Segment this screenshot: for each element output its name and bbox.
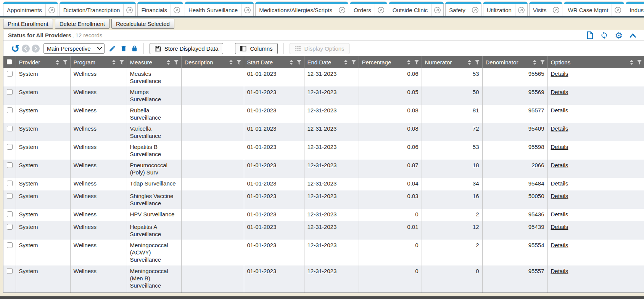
cell-numerator: 2 [422,209,482,221]
cell-provider: System [16,123,70,141]
filter-icon[interactable] [119,59,124,65]
popout-icon[interactable] [550,6,562,14]
cell-provider: System [16,178,70,190]
popout-icon[interactable] [124,6,135,14]
module-tab[interactable]: Financials [137,2,183,16]
filter-icon[interactable] [540,59,545,65]
sort-icon[interactable] [532,59,537,65]
filter-icon[interactable] [296,59,302,65]
row-checkbox[interactable] [7,89,13,95]
back-icon[interactable] [22,45,30,53]
enrollment-action-button[interactable]: Print Enrollment [3,19,53,29]
details-link[interactable]: Details [551,242,568,248]
edit-pencil-icon[interactable] [109,45,116,52]
cell-provider: System [16,190,70,209]
filter-icon[interactable] [63,59,68,65]
module-tab[interactable]: Orders [350,2,387,16]
row-checkbox[interactable] [7,268,13,274]
details-link[interactable]: Details [551,107,568,114]
sort-icon[interactable] [343,59,348,65]
row-checkbox[interactable] [7,126,13,131]
module-tab[interactable]: Dictation/Transcription [60,2,136,16]
details-link[interactable]: Details [551,162,568,168]
filter-icon[interactable] [475,59,480,65]
sort-icon[interactable] [406,59,411,65]
popout-icon[interactable] [171,6,183,14]
popout-icon[interactable] [336,6,348,14]
details-link[interactable]: Details [551,193,568,199]
popout-icon[interactable] [469,6,481,14]
popout-icon[interactable] [431,6,443,14]
details-link[interactable]: Details [551,211,568,217]
tab-label: Visits [530,7,550,13]
row-checkbox[interactable] [7,193,13,199]
enrollment-action-button[interactable]: Recalculate Selected [111,19,174,29]
store-displayed-data-button[interactable]: Store Displayed Data [150,43,224,54]
cell-measure: Meningococcal (ACWY) Surveillance [127,240,181,265]
popout-icon[interactable] [612,6,624,14]
details-link[interactable]: Details [551,70,568,77]
details-link[interactable]: Details [551,180,568,187]
sort-icon[interactable] [229,59,233,65]
details-link[interactable]: Details [551,89,568,95]
select-all-checkbox[interactable] [7,59,12,64]
page-title: Status for All Providers [8,32,71,38]
perspective-select[interactable]: Main Perspective [43,43,105,54]
module-tab[interactable]: Outside Clinic [389,2,444,16]
module-tab[interactable]: Health Surveillance [185,2,254,16]
sort-icon[interactable] [166,59,171,65]
cell-start-date: 01-01-2023 [244,221,304,240]
filter-icon[interactable] [637,59,642,65]
cell-numerator: 18 [422,160,482,178]
cell-end-date: 12-31-2023 [304,160,359,178]
sort-icon[interactable] [629,59,634,65]
row-checkbox[interactable] [7,71,13,77]
popout-icon[interactable] [515,6,527,14]
row-checkbox[interactable] [7,224,13,230]
collapse-icon[interactable] [629,33,636,38]
tab-label: Appointments [3,7,45,13]
details-link[interactable]: Details [551,224,568,230]
module-tab[interactable]: WR Case Mgmt [564,2,624,16]
cell-description [181,86,244,105]
columns-button[interactable]: Columns [235,43,277,54]
forward-icon[interactable] [32,45,40,53]
gear-icon[interactable]: ⚙ [615,32,623,39]
column-header-options: Options [547,56,644,68]
refresh-icon[interactable] [600,31,608,39]
delete-trash-icon[interactable] [120,45,127,52]
module-tab[interactable]: Appointments [3,2,58,16]
module-tab[interactable]: Visits [529,2,563,16]
filter-icon[interactable] [414,59,419,65]
popout-icon[interactable] [46,6,58,14]
module-tab[interactable]: Industrial [626,2,644,16]
undo-icon[interactable]: ↺ [11,43,20,54]
row-checkbox[interactable] [7,242,13,248]
popout-icon[interactable] [242,6,253,14]
module-tab[interactable]: Safety [445,2,481,16]
enrollment-action-button[interactable]: Delete Enrollment [55,19,109,29]
row-checkbox[interactable] [7,162,13,168]
new-document-icon[interactable] [586,31,594,39]
column-header-end-date: End Date [304,56,359,68]
sort-icon[interactable] [55,59,60,65]
row-checkbox[interactable] [7,211,13,217]
details-link[interactable]: Details [551,125,568,132]
sort-icon[interactable] [467,59,472,65]
popout-icon[interactable] [375,6,387,14]
filter-icon[interactable] [236,59,242,65]
details-link[interactable]: Details [551,268,568,274]
lock-icon[interactable] [131,45,138,52]
sort-icon[interactable] [111,59,116,65]
row-checkbox[interactable] [7,181,13,186]
filter-icon[interactable] [351,59,356,65]
cell-program: Wellness [70,221,127,240]
row-checkbox[interactable] [7,144,13,150]
module-tab[interactable]: Medications/Allergies/Scripts [255,2,348,16]
module-tab[interactable]: Utilization [483,2,528,16]
details-link[interactable]: Details [551,144,568,150]
sort-icon[interactable] [289,59,294,65]
filter-icon[interactable] [174,59,179,65]
row-checkbox[interactable] [7,107,13,113]
cell-start-date: 01-01-2023 [244,178,304,190]
